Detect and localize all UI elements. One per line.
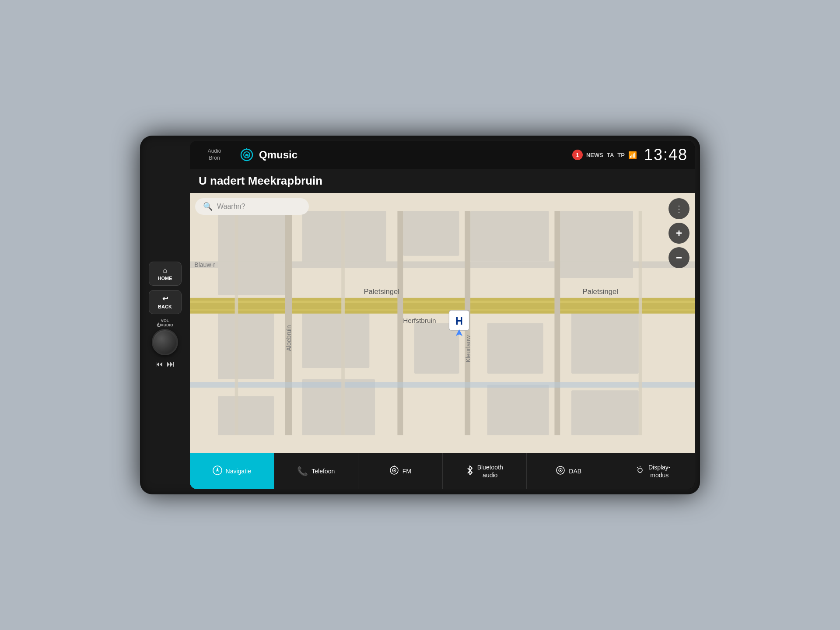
fm-radio-icon: FM <box>239 147 255 163</box>
main-screen: Audio Bron FM Qmusic 1 NEWS <box>190 141 695 489</box>
svg-line-51 <box>637 467 638 468</box>
svg-rect-31 <box>639 211 642 435</box>
tab-navigatie-label: Navigatie <box>226 467 251 475</box>
svg-point-45 <box>393 469 395 471</box>
svg-rect-29 <box>235 211 238 435</box>
svg-text:Blauw-r: Blauw-r <box>194 261 215 268</box>
svg-text:Paletsingel: Paletsingel <box>583 287 618 296</box>
fm-icon <box>389 466 399 477</box>
map-zoom-in-button[interactable]: + <box>668 223 690 244</box>
rds-count-badge: 1 <box>572 150 583 160</box>
svg-rect-22 <box>190 309 695 311</box>
svg-rect-12 <box>302 312 369 368</box>
search-placeholder: Waarhn? <box>217 203 245 210</box>
svg-text:FM: FM <box>245 154 249 157</box>
map-canvas: Paletsingel Paletsingel Herfstbruin Blau… <box>190 193 695 453</box>
svg-rect-6 <box>218 211 285 295</box>
svg-rect-25 <box>397 211 403 435</box>
search-icon: 🔍 <box>203 202 213 211</box>
skip-controls: ⏮ ⏭ <box>155 360 175 369</box>
svg-rect-16 <box>218 396 274 435</box>
tab-display-label: Display- modus <box>648 463 671 479</box>
tab-bluetooth-audio[interactable]: Bluetooth audio <box>443 453 527 489</box>
top-bar: Audio Bron FM Qmusic 1 NEWS <box>190 141 695 169</box>
tab-fm-label: FM <box>402 467 411 475</box>
display-icon <box>635 466 645 477</box>
dab-icon <box>556 466 565 477</box>
zoom-in-icon: + <box>676 227 682 239</box>
svg-text:Aloebruin: Aloebruin <box>285 325 292 351</box>
map-more-button[interactable]: ⋮ <box>668 198 690 219</box>
signal-icon: 📶 <box>628 151 637 159</box>
svg-rect-19 <box>571 390 639 435</box>
svg-rect-20 <box>190 298 695 314</box>
svg-rect-30 <box>341 211 345 435</box>
telefoon-icon: 📞 <box>297 466 308 476</box>
svg-rect-18 <box>487 385 549 435</box>
back-button[interactable]: ↩ BACK <box>149 290 182 314</box>
rds-badges: 1 NEWS TA TP 📶 <box>572 150 637 160</box>
nav-area: U nadert Meekrapbruin <box>190 169 695 453</box>
prev-track-button[interactable]: ⏮ <box>155 360 163 369</box>
nav-instruction: U nadert Meekrapbruin <box>190 169 695 193</box>
bottom-nav-bar: Navigatie 📞 Telefoon FM Bluetooth audio <box>190 453 695 489</box>
map-svg: Paletsingel Paletsingel Herfstbruin Blau… <box>190 193 695 453</box>
map-container: Paletsingel Paletsingel Herfstbruin Blau… <box>190 193 695 453</box>
volume-control: VOL ⏻AUDIO <box>152 318 178 355</box>
nav-navigation-icon <box>213 466 222 477</box>
left-physical-controls: ⌂ HOME ↩ BACK VOL ⏻AUDIO ⏮ ⏭ <box>145 262 185 369</box>
svg-rect-11 <box>218 312 274 379</box>
svg-rect-8 <box>403 211 459 256</box>
rds-ta: TA <box>607 152 614 158</box>
back-icon: ↩ <box>162 294 168 303</box>
tab-dab[interactable]: DAB <box>527 453 611 489</box>
tab-telefoon[interactable]: 📞 Telefoon <box>274 453 359 489</box>
bluetooth-icon <box>466 466 474 477</box>
tab-telefoon-label: Telefoon <box>312 467 335 475</box>
home-label: HOME <box>158 276 172 281</box>
svg-rect-15 <box>571 312 639 374</box>
audio-source-line1: Audio <box>208 148 221 155</box>
svg-rect-28 <box>190 382 695 388</box>
back-label: BACK <box>158 304 172 309</box>
svg-rect-24 <box>285 211 292 435</box>
svg-marker-42 <box>216 467 219 472</box>
station-name[interactable]: Qmusic <box>259 149 298 161</box>
vol-label: VOL ⏻AUDIO <box>157 318 173 327</box>
svg-rect-14 <box>487 323 543 374</box>
svg-point-49 <box>560 469 561 471</box>
svg-text:Herfstbruin: Herfstbruin <box>403 317 436 325</box>
car-infotainment-display: ⌂ HOME ↩ BACK VOL ⏻AUDIO ⏮ ⏭ Audio Bron <box>140 136 700 494</box>
station-area: FM Qmusic <box>232 147 298 163</box>
home-icon: ⌂ <box>163 266 167 274</box>
clock: 13:48 <box>644 146 688 164</box>
next-track-button[interactable]: ⏭ <box>167 360 175 369</box>
map-controls: ⋮ + − <box>668 198 690 268</box>
map-search-bar[interactable]: 🔍 Waarhn? <box>195 198 309 215</box>
tab-bluetooth-label: Bluetooth audio <box>477 463 503 479</box>
svg-rect-9 <box>470 211 549 261</box>
svg-text:Paletsingel: Paletsingel <box>364 287 399 296</box>
svg-rect-21 <box>190 301 695 303</box>
zoom-out-icon: − <box>676 252 682 264</box>
tab-fm[interactable]: FM <box>358 453 443 489</box>
more-icon: ⋮ <box>675 203 683 214</box>
tab-navigatie[interactable]: Navigatie <box>190 453 274 489</box>
svg-text:Kleurlauw: Kleurlauw <box>465 335 472 363</box>
rds-news: NEWS <box>586 152 603 158</box>
home-button[interactable]: ⌂ HOME <box>149 262 182 286</box>
svg-rect-23 <box>190 261 695 268</box>
map-zoom-out-button[interactable]: − <box>668 247 690 268</box>
tab-display-modus[interactable]: Display- modus <box>611 453 695 489</box>
audio-source-line2: Bron <box>209 155 220 162</box>
rds-tp: TP <box>617 152 625 158</box>
tab-dab-label: DAB <box>569 467 581 475</box>
svg-rect-27 <box>554 211 560 435</box>
volume-knob[interactable] <box>152 329 178 355</box>
audio-source[interactable]: Audio Bron <box>197 148 232 161</box>
svg-text:H: H <box>455 315 463 327</box>
